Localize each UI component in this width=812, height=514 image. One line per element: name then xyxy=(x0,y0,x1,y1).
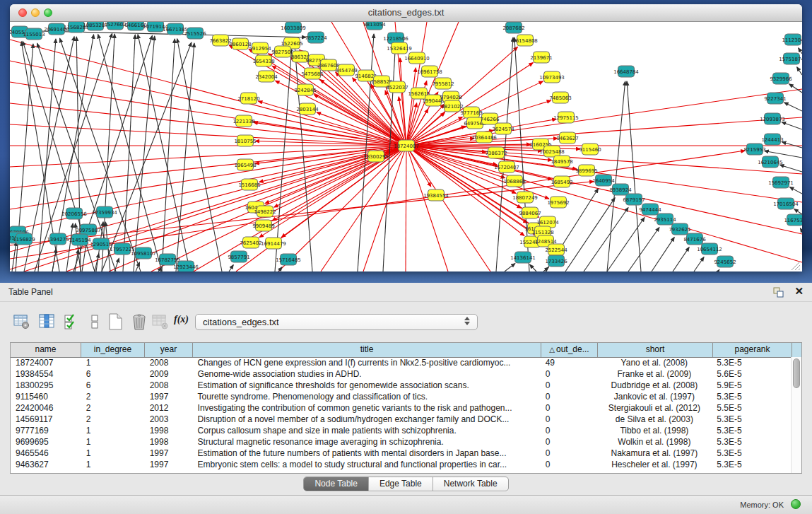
table-cell[interactable]: Estimation of significance thresholds fo… xyxy=(193,380,541,391)
network-node[interactable]: 6879197 xyxy=(623,194,645,205)
network-node[interactable]: 8454749 xyxy=(335,64,357,76)
table-cell[interactable]: Nakamura et al. (1997) xyxy=(597,448,712,459)
table-cell[interactable]: 0 xyxy=(541,402,597,414)
scrollbar-thumb[interactable] xyxy=(793,358,800,388)
table-cell[interactable]: Structural magnetic resonance image aver… xyxy=(193,436,541,448)
table-cell[interactable]: 1997 xyxy=(145,459,193,470)
table-cell[interactable]: 1997 xyxy=(145,448,193,459)
table-cell[interactable]: 0 xyxy=(541,459,597,470)
table-cell[interactable]: 5.3E-5 xyxy=(712,357,791,368)
network-node[interactable]: 8215953 xyxy=(743,144,765,155)
network-node[interactable]: 20206556 xyxy=(61,208,87,219)
network-node[interactable]: 9777169 xyxy=(460,107,482,118)
network-node[interactable]: 9884067 xyxy=(519,207,541,218)
network-node[interactable]: 7485063 xyxy=(549,92,571,103)
table-cell[interactable]: Estimation of the future numbers of pati… xyxy=(193,448,541,459)
minimize-traffic-light[interactable] xyxy=(31,8,40,17)
network-node[interactable]: 9245652 xyxy=(714,256,736,267)
network-node[interactable]: 16914479 xyxy=(261,238,286,249)
table-cell[interactable]: Dudbridge et al. (2008) xyxy=(597,380,712,391)
table-cell[interactable]: 2 xyxy=(81,391,145,402)
table-cell[interactable]: 5.9E-5 xyxy=(712,380,791,391)
network-node[interactable]: 2087682 xyxy=(502,22,524,33)
table-cell[interactable]: Disruption of a novel member of a sodium… xyxy=(193,414,541,425)
column-header-in_degree[interactable]: in_degree xyxy=(81,343,145,357)
vertical-scrollbar[interactable] xyxy=(791,357,801,473)
table-cell[interactable]: 0 xyxy=(541,436,597,448)
memory-ok-indicator[interactable] xyxy=(791,499,801,509)
select-checks-icon[interactable] xyxy=(62,313,81,331)
network-node[interactable]: 1965498 xyxy=(234,159,256,170)
network-node[interactable]: 9899695 xyxy=(575,165,597,176)
network-canvas[interactable]: 2405572115501320691406115682891085328715… xyxy=(10,22,802,271)
column-header-short[interactable]: short xyxy=(598,343,713,357)
network-node[interactable]: 1221338 xyxy=(233,115,254,127)
table-cell[interactable]: 1997 xyxy=(145,391,193,402)
table-cell[interactable]: 5.3E-5 xyxy=(712,448,791,459)
table-cell[interactable]: 19384554 xyxy=(11,368,81,380)
network-node[interactable]: 16033809 xyxy=(281,22,306,33)
table-row[interactable]: 2242004622012Investigating the contribut… xyxy=(11,402,791,414)
table-cell[interactable]: 6 xyxy=(81,380,145,391)
table-cell[interactable]: Changes of HCN gene expression and I(f) … xyxy=(193,357,541,368)
table-cell[interactable]: 9463627 xyxy=(11,459,81,470)
network-node[interactable]: 16648784 xyxy=(613,66,639,77)
network-node[interactable]: 5912954 xyxy=(249,42,271,54)
network-node[interactable]: 19384554 xyxy=(423,189,449,201)
network-node[interactable]: 1810755 xyxy=(234,135,256,146)
network-node[interactable]: 7932621 xyxy=(669,223,690,235)
table-cell[interactable]: 18300295 xyxy=(11,380,81,391)
network-node[interactable]: 2935114 xyxy=(654,214,676,225)
network-node[interactable]: 1527602 xyxy=(104,22,126,30)
network-node[interactable]: 8813054 xyxy=(363,22,386,30)
table-cell[interactable]: Embryonic stem cells: a model to study s… xyxy=(193,459,541,470)
table-cell[interactable]: Franke et al. (2009) xyxy=(597,368,712,380)
table-cell[interactable]: 5.3E-5 xyxy=(712,425,791,436)
network-node[interactable]: 1112304 xyxy=(782,34,802,45)
table-row[interactable]: 1938455462009Genome-wide association stu… xyxy=(11,368,791,380)
network-node[interactable]: 8860128 xyxy=(229,38,251,49)
network-node[interactable]: 16961758 xyxy=(417,66,442,77)
table-row[interactable]: 969969511998Structural magnetic resonanc… xyxy=(11,436,791,448)
network-node[interactable]: 1975692 xyxy=(547,197,569,208)
table-cell[interactable]: 5.3E-5 xyxy=(712,414,791,425)
close-traffic-light[interactable] xyxy=(18,8,27,17)
table-cell[interactable]: 9777169 xyxy=(11,425,81,436)
network-node[interactable]: 16154808 xyxy=(512,35,538,46)
network-node[interactable]: 1640954 xyxy=(592,175,615,186)
table-cell[interactable]: Hescheler et al. (1997) xyxy=(597,459,712,470)
column-header-pagerank[interactable]: pagerank xyxy=(713,343,792,357)
table-cell[interactable]: 49 xyxy=(541,357,597,368)
table-cell[interactable]: Investigating the contribution of common… xyxy=(193,402,541,414)
table-cell[interactable]: 14569117 xyxy=(11,414,81,425)
table-cell[interactable]: 1 xyxy=(81,425,145,436)
table-cell[interactable]: 1 xyxy=(81,436,145,448)
table-cell[interactable]: 2003 xyxy=(145,414,193,425)
network-node[interactable]: 1849578 xyxy=(551,156,572,167)
table-cell[interactable]: 5.3E-5 xyxy=(712,459,791,470)
table-cell[interactable]: 0 xyxy=(541,425,597,436)
network-node[interactable]: 1244413 xyxy=(761,134,783,145)
table-cell[interactable]: Genome-wide association studies in ADHD. xyxy=(193,368,541,380)
network-node[interactable]: 9474444 xyxy=(639,204,661,215)
table-cell[interactable]: 2008 xyxy=(145,357,193,368)
column-header-name[interactable]: name xyxy=(11,343,81,357)
network-node[interactable]: 2522544 xyxy=(545,244,567,255)
table-row[interactable]: 946362711997Embryonic stem cells: a mode… xyxy=(11,459,791,470)
tab-node-table[interactable]: Node Table xyxy=(304,477,369,491)
network-node[interactable]: 1685492 xyxy=(551,176,572,187)
table-cell[interactable]: 0 xyxy=(541,391,597,402)
network-window[interactable]: citations_edges.txt 24055721155013206914… xyxy=(10,4,802,271)
table-cell[interactable]: 5.3E-5 xyxy=(712,391,791,402)
network-node[interactable]: 9463627 xyxy=(556,132,578,144)
table-cell[interactable]: 2009 xyxy=(145,368,193,380)
table-cell[interactable]: de Silva et al. (2003) xyxy=(597,414,712,425)
close-panel-icon[interactable]: ✕ xyxy=(794,285,804,298)
network-node[interactable]: 1145194 xyxy=(69,234,91,245)
zoom-traffic-light[interactable] xyxy=(44,8,52,17)
network-node[interactable]: 7386372 xyxy=(485,147,507,158)
network-node[interactable]: 2139671 xyxy=(530,52,552,63)
network-node[interactable]: 7857224 xyxy=(305,32,327,43)
table-cell[interactable]: 5.6E-5 xyxy=(712,368,791,380)
network-node[interactable]: 7625402 xyxy=(240,237,261,248)
